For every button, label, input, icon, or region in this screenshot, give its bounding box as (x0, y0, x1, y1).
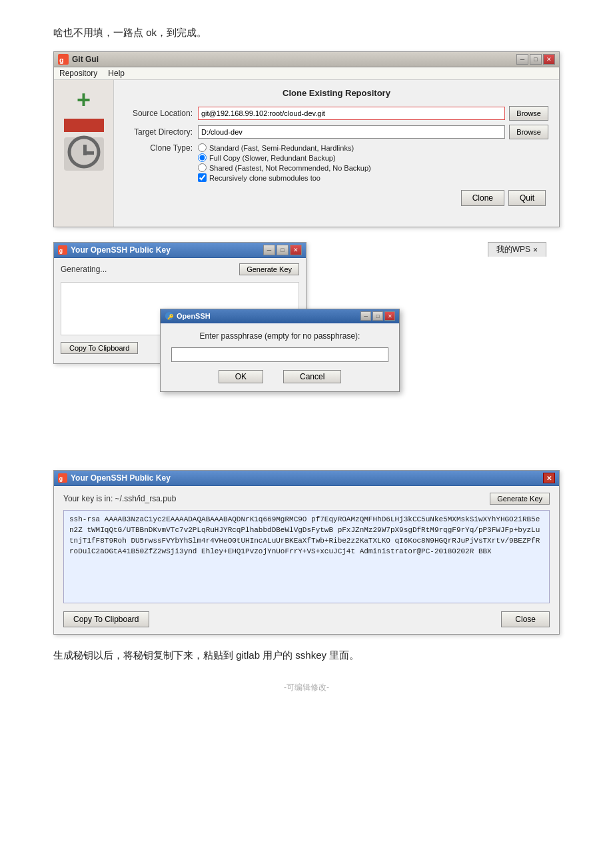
clone-radio-standard[interactable] (198, 143, 207, 152)
svg-text:g: g (59, 56, 64, 64)
ssh-final-icon: g (58, 473, 67, 483)
maximize-button[interactable]: □ (530, 54, 542, 65)
clone-radio-fullcopy[interactable] (198, 153, 207, 162)
generate-key-button-final[interactable]: Generate Key (490, 493, 550, 505)
menu-repository[interactable]: Repository (59, 69, 97, 78)
openssh-icon: 🔑 (165, 311, 174, 321)
clone-button[interactable]: Clone (461, 190, 504, 206)
clone-option-standard: Standard (Fast, Semi-Redundant, Hardlink… (198, 143, 548, 152)
git-gui-menubar: Repository Help (54, 67, 559, 80)
ssh-bg-close[interactable]: ✕ (290, 245, 302, 255)
clone-option-standard-label: Standard (Fast, Semi-Redundant, Hardlink… (209, 144, 354, 152)
ssh-final-actions: Copy To Clipboard Close (63, 611, 550, 627)
svg-rect-4 (83, 145, 87, 155)
intro-text: 啥也不用填，一路点 ok，到完成。 (53, 27, 560, 39)
clone-submodules-row: Recursively clone submodules too (198, 173, 548, 182)
clone-option-fullcopy-label: Full Copy (Slower, Redundant Backup) (209, 154, 336, 162)
target-directory-label: Target Directory: (125, 127, 198, 137)
ssh-key-bg-title: Your OpenSSH Public Key (71, 245, 171, 255)
clone-type-label: Clone Type: (125, 143, 198, 183)
ssh-key-bg-icon: g (58, 245, 67, 255)
git-logo-red (64, 119, 104, 132)
menu-help[interactable]: Help (108, 69, 125, 78)
clone-submodules-label: Recursively clone submodules too (209, 174, 320, 182)
git-logo-main (64, 137, 104, 171)
source-location-input[interactable] (198, 107, 505, 120)
ssh-bg-minimize[interactable]: ─ (263, 245, 275, 255)
clone-option-shared: Shared (Fastest, Not Recommended, No Bac… (198, 163, 548, 172)
svg-text:g: g (59, 247, 63, 254)
ssh-key-final-titlebar: g Your OpenSSH Public Key ✕ (54, 471, 559, 486)
openssh-ok-button[interactable]: OK (219, 370, 263, 383)
openssh-cancel-button[interactable]: Cancel (283, 370, 341, 383)
git-icon: g (58, 54, 69, 65)
generate-key-button-bg[interactable]: Generate Key (239, 263, 299, 275)
clone-submodules-checkbox[interactable] (198, 173, 207, 182)
openssh-minimize[interactable]: ─ (360, 311, 371, 321)
plus-icon: + (77, 88, 91, 112)
git-gui-window: g Git Gui ─ □ ✕ Repository Help + (53, 51, 560, 227)
git-gui-titlebar: g Git Gui ─ □ ✕ (54, 52, 559, 67)
git-gui-sidebar: + (54, 80, 114, 227)
close-button[interactable]: ✕ (543, 54, 555, 65)
clone-title: Clone Existing Repository (125, 88, 548, 98)
git-logo-green: + (64, 87, 104, 113)
clone-actions: Clone Quit (125, 190, 548, 206)
openssh-actions: OK Cancel (171, 370, 388, 383)
target-browse-button[interactable]: Browse (509, 125, 548, 139)
ssh-key-generation-area: g Your OpenSSH Public Key ─ □ ✕ Generati… (53, 242, 560, 455)
openssh-dialog: 🔑 OpenSSH ─ □ ✕ Enter passphrase (empty … (160, 309, 400, 392)
key-location-text: Your key is in: ~/.ssh/id_rsa.pub (63, 494, 176, 503)
generating-text: Generating... (61, 265, 107, 274)
clone-type-options: Standard (Fast, Semi-Redundant, Hardlink… (198, 143, 548, 183)
openssh-close[interactable]: ✕ (384, 311, 395, 321)
outro-text: 生成秘钥以后，将秘钥复制下来，粘贴到 gitlab 用户的 sshkey 里面。 (53, 649, 560, 662)
wps-tab-close[interactable]: × (533, 245, 538, 255)
minimize-button[interactable]: ─ (516, 54, 528, 65)
ssh-key-final-window: g Your OpenSSH Public Key ✕ Your key is … (53, 470, 560, 635)
key-content-area: ssh-rsa AAAAB3NzaC1yc2EAAAADAQABAAABAQDN… (63, 510, 550, 603)
copy-to-clipboard-button[interactable]: Copy To Clipboard (63, 611, 149, 627)
clone-option-fullcopy: Full Copy (Slower, Redundant Backup) (198, 153, 548, 162)
clone-radio-shared[interactable] (198, 163, 207, 172)
copy-clipboard-button-bg[interactable]: Copy To Clipboard (61, 342, 138, 354)
ssh-key-final-title: Your OpenSSH Public Key (71, 473, 171, 483)
footer-text: -可编辑修改- (53, 682, 560, 693)
openssh-dialog-body: Enter passphrase (empty for no passphras… (161, 323, 399, 391)
ssh-final-close-titlebar[interactable]: ✕ (543, 473, 555, 483)
close-button-final[interactable]: Close (501, 611, 550, 627)
quit-button[interactable]: Quit (508, 190, 546, 206)
svg-text:🔑: 🔑 (167, 313, 174, 320)
target-directory-row: Target Directory: Browse (125, 125, 548, 139)
svg-text:g: g (59, 475, 63, 482)
generating-row: Generating... Generate Key (61, 263, 299, 275)
git-gui-title: Git Gui (72, 55, 99, 64)
source-location-row: Source Location: Browse (125, 106, 548, 121)
openssh-passphrase-input[interactable] (171, 347, 388, 362)
source-location-label: Source Location: (125, 109, 198, 118)
wps-tab-label: 我的WPS (496, 244, 530, 255)
source-browse-button[interactable]: Browse (509, 106, 548, 121)
git-gui-window-controls: ─ □ ✕ (516, 54, 555, 65)
ssh-bg-maximize[interactable]: □ (277, 245, 289, 255)
openssh-titlebar: 🔑 OpenSSH ─ □ ✕ (161, 309, 399, 323)
openssh-dialog-title: OpenSSH (177, 312, 211, 320)
clone-type-section: Clone Type: Standard (Fast, Semi-Redunda… (125, 143, 548, 183)
git-gui-main-panel: Clone Existing Repository Source Locatio… (114, 80, 559, 227)
target-directory-input[interactable] (198, 125, 505, 139)
clone-option-shared-label: Shared (Fastest, Not Recommended, No Bac… (209, 164, 371, 172)
ssh-key-bg-titlebar: g Your OpenSSH Public Key ─ □ ✕ (54, 243, 306, 258)
openssh-prompt: Enter passphrase (empty for no passphras… (171, 331, 388, 341)
openssh-maximize[interactable]: □ (372, 311, 383, 321)
key-location-row: Your key is in: ~/.ssh/id_rsa.pub Genera… (63, 493, 550, 505)
g-logo-icon (67, 135, 101, 173)
wps-tab[interactable]: 我的WPS × (488, 242, 546, 257)
ssh-final-body: Your key is in: ~/.ssh/id_rsa.pub Genera… (54, 486, 559, 634)
